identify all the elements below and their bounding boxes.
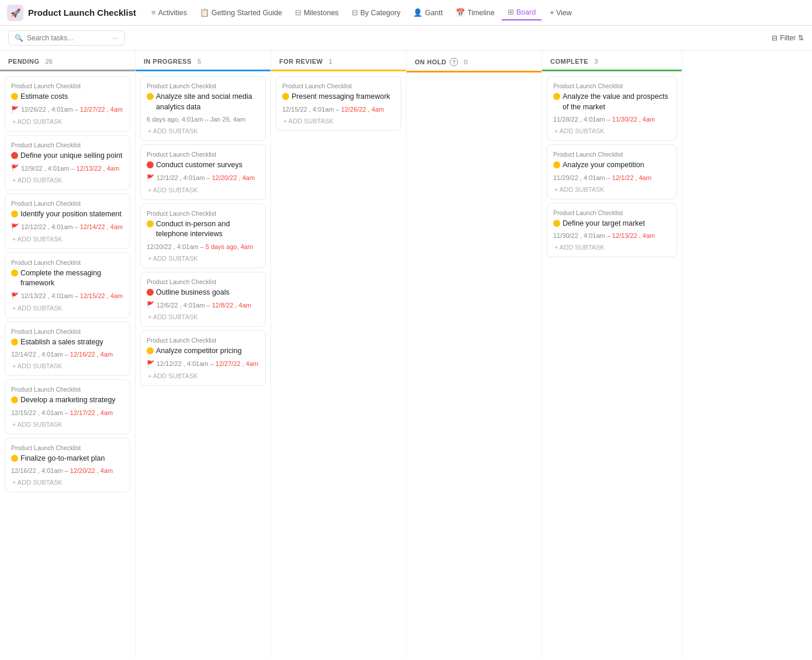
add-subtask-button[interactable]: + ADD SUBTASK — [553, 241, 671, 253]
flag-icon: 🚩 — [11, 223, 19, 231]
add-subtask-button[interactable]: + ADD SUBTASK — [147, 311, 259, 323]
task-card[interactable]: Product Launch Checklist Conduct in-pers… — [140, 203, 266, 268]
nav-icon: 👤 — [413, 8, 422, 17]
nav-tab-getting-started-guide[interactable]: 📋Getting Started Guide — [194, 5, 288, 20]
card-project: Product Launch Checklist — [11, 328, 124, 335]
add-subtask-button[interactable]: + ADD SUBTASK — [11, 419, 124, 430]
nav-tab-milestones[interactable]: ⊟Milestones — [289, 5, 345, 20]
column-label: PENDING — [8, 58, 40, 65]
column-body-inprogress: Product Launch Checklist Analyze site an… — [136, 71, 270, 658]
date-end: 12/16/22 , 4am — [70, 351, 113, 358]
date-start: 12/26/22 , 4:01am — [21, 106, 73, 113]
column-count: 5 — [197, 58, 201, 65]
column-header-onhold: ON HOLD ? 0 — [407, 51, 542, 72]
search-box[interactable]: 🔍 ··· — [8, 30, 125, 46]
status-dot — [553, 161, 560, 168]
card-title: Analyze the value and prospects of the m… — [553, 92, 671, 112]
date-end: 11/30/22 , 4am — [612, 116, 655, 123]
add-subtask-button[interactable]: + ADD SUBTASK — [147, 184, 259, 196]
card-dates: 🚩 12/6/22 , 4:01am – 12/8/22 , 4am — [147, 301, 259, 309]
nav-icon: 📋 — [200, 8, 209, 17]
add-subtask-button[interactable]: + ADD SUBTASK — [147, 370, 259, 382]
date-end: 12/1/22 , 4am — [612, 174, 651, 181]
task-card[interactable]: Product Launch Checklist Analyze site an… — [140, 76, 266, 141]
nav-icon: ⊟ — [352, 8, 358, 17]
card-title: Establish a sales strategy — [11, 337, 124, 348]
card-title: Conduct in-person and telephone intervie… — [147, 219, 259, 240]
date-start: 12/1/22 , 4:01am — [157, 174, 205, 181]
card-dates: 11/29/22 , 4:01am – 12/1/22 , 4am — [553, 174, 671, 181]
card-project: Product Launch Checklist — [11, 141, 124, 148]
task-card[interactable]: Product Launch Checklist Estimate costs … — [5, 76, 130, 132]
date-end: 12/20/22 , 4am — [212, 174, 255, 181]
nav-tab-timeline[interactable]: 📅Timeline — [450, 5, 501, 20]
add-subtask-button[interactable]: + ADD SUBTASK — [282, 115, 395, 127]
card-title: Present messaging framework — [282, 92, 395, 102]
add-subtask-button[interactable]: + ADD SUBTASK — [11, 476, 124, 488]
status-dot — [553, 220, 560, 227]
task-card[interactable]: Product Launch Checklist Establish a sal… — [5, 322, 130, 376]
task-card[interactable]: Product Launch Checklist Analyze competi… — [140, 330, 266, 386]
add-subtask-button[interactable]: + ADD SUBTASK — [147, 253, 259, 264]
nav-tab-by-category[interactable]: ⊟By Category — [346, 5, 407, 20]
task-card[interactable]: Product Launch Checklist Analyze the val… — [547, 76, 677, 141]
filter-button[interactable]: ⊟ Filter ⇅ — [772, 34, 804, 42]
toolbar: 🔍 ··· ⊟ Filter ⇅ — [0, 26, 812, 51]
card-dates: 6 days ago, 4:01am – Jan 26, 4am — [147, 116, 259, 123]
nav-tab-activities[interactable]: ≡Activities — [145, 5, 193, 20]
add-subtask-button[interactable]: + ADD SUBTASK — [11, 360, 124, 372]
add-subtask-button[interactable]: + ADD SUBTASK — [553, 125, 671, 137]
card-project: Product Launch Checklist — [147, 151, 259, 158]
date-end: 5 days ago, 4am — [206, 243, 253, 250]
header: 🚀 Product Launch Checklist ≡Activities📋G… — [0, 0, 812, 26]
add-subtask-button[interactable]: + ADD SUBTASK — [147, 125, 259, 137]
task-card[interactable]: Product Launch Checklist Conduct custome… — [140, 144, 266, 200]
card-title: Define your target market — [553, 219, 671, 229]
column-label: ON HOLD — [415, 58, 446, 65]
add-subtask-button[interactable]: + ADD SUBTASK — [11, 116, 124, 127]
date-start: 12/12/22 , 4:01am — [157, 360, 209, 367]
card-title: Conduct customer surveys — [147, 160, 259, 171]
info-icon: ? — [450, 58, 458, 66]
add-subtask-button[interactable]: + ADD SUBTASK — [11, 233, 124, 245]
task-card[interactable]: Product Launch Checklist Define your tar… — [547, 203, 677, 258]
card-dates: 🚩 12/12/22 , 4:01am – 12/27/22 , 4am — [147, 360, 259, 368]
add-subtask-button[interactable]: + ADD SUBTASK — [11, 174, 124, 186]
date-start: 12/13/22 , 4:01am — [21, 292, 73, 299]
card-dates: 12/14/22 , 4:01am – 12/16/22 , 4am — [11, 351, 124, 358]
nav-tab-gantt[interactable]: 👤Gantt — [407, 5, 449, 20]
task-card[interactable]: Product Launch Checklist Finalize go-to-… — [5, 438, 130, 493]
search-input[interactable] — [27, 34, 109, 42]
add-subtask-button[interactable]: + ADD SUBTASK — [553, 184, 671, 195]
card-dates: 🚩 12/9/22 , 4:01am – 12/13/22 , 4am — [11, 164, 124, 172]
column-header-inprogress: IN PROGRESS 5 — [136, 51, 270, 71]
card-project: Product Launch Checklist — [147, 278, 259, 285]
task-card[interactable]: Product Launch Checklist Develop a marke… — [5, 379, 130, 434]
column-count: 1 — [329, 58, 332, 65]
card-title: Finalize go-to-market plan — [11, 454, 124, 464]
column-forreview: FOR REVIEW 1 Product Launch Checklist Pr… — [271, 51, 407, 658]
status-dot — [147, 161, 154, 168]
date-end: 12/17/22 , 4am — [70, 409, 113, 416]
nav-tab-board[interactable]: ⊞Board — [502, 5, 542, 20]
task-card[interactable]: Product Launch Checklist Analyze your co… — [547, 144, 677, 199]
card-project: Product Launch Checklist — [147, 210, 259, 217]
add-subtask-button[interactable]: + ADD SUBTASK — [11, 302, 124, 314]
card-title: Analyze your competition — [553, 160, 671, 171]
card-project: Product Launch Checklist — [147, 337, 259, 344]
status-dot — [147, 289, 154, 296]
date-start: 6 days ago, 4:01am — [147, 116, 203, 123]
date-end: Jan 26, 4am — [210, 116, 246, 123]
nav-icon: ⊞ — [508, 8, 514, 16]
more-options-icon[interactable]: ··· — [112, 34, 118, 42]
column-inprogress: IN PROGRESS 5 Product Launch Checklist A… — [136, 51, 271, 658]
task-card[interactable]: Product Launch Checklist Identify your p… — [5, 193, 130, 249]
task-card[interactable]: Product Launch Checklist Outline busines… — [140, 272, 266, 327]
card-dates: 11/28/22 , 4:01am – 11/30/22 , 4am — [553, 116, 671, 123]
date-end: 12/20/22 , 4am — [70, 467, 113, 474]
card-dates: 12/15/22 , 4:01am – 12/26/22 , 4am — [282, 106, 395, 113]
task-card[interactable]: Product Launch Checklist Define your uni… — [5, 135, 130, 191]
add-view-button[interactable]: + View — [544, 6, 578, 20]
task-card[interactable]: Product Launch Checklist Present messagi… — [276, 76, 401, 131]
task-card[interactable]: Product Launch Checklist Complete the me… — [5, 253, 130, 318]
